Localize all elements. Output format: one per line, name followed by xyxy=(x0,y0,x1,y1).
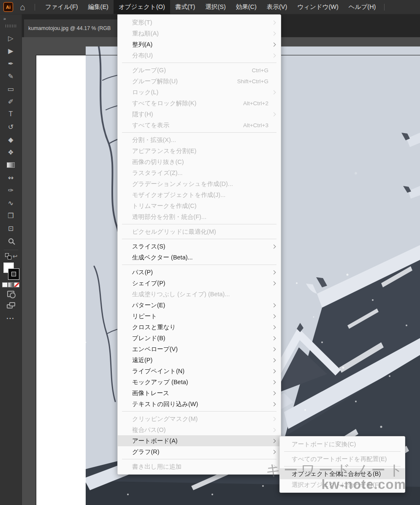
menubar-item[interactable]: オブジェクト(O) xyxy=(114,0,170,14)
collapse-panel-icon[interactable]: » xyxy=(3,16,6,21)
menu-separator xyxy=(284,466,401,467)
menu-item[interactable]: ピクセルグリッドに最適化(M) xyxy=(118,226,281,237)
menubar-item[interactable]: 編集(E) xyxy=(83,0,114,14)
panel-grip-icon[interactable] xyxy=(5,25,16,27)
toolbar-divider xyxy=(4,250,18,250)
drawing-mode-icon[interactable] xyxy=(7,291,14,297)
rectangle-tool-icon[interactable]: ▭ xyxy=(3,82,19,95)
menu-item[interactable]: グループ(G) Ctrl+G xyxy=(118,65,281,76)
menu-item[interactable]: 生成塗りつぶし (シェイプ) (Beta)... xyxy=(118,289,281,300)
menu-item[interactable]: 重ね順(A) xyxy=(118,28,281,39)
pen-tool-icon[interactable]: ✒ xyxy=(3,57,19,70)
menubar-item[interactable]: ヘルプ(H) xyxy=(344,0,381,14)
swap-fill-stroke-icon[interactable]: ↩ xyxy=(13,253,18,259)
document-tab[interactable]: kumamotojou.jpg @ 44.17 % (RGB xyxy=(24,19,118,37)
menu-item[interactable]: アピアランスを分割(E) xyxy=(118,145,281,156)
artboard-submenu: アートボードに変換(C) すべてのアートボードを再配置(E) オブジェクト全体に… xyxy=(279,436,405,493)
menu-separator xyxy=(284,451,401,452)
menubar-item[interactable]: ウィンドウ(W) xyxy=(292,0,344,14)
menu-item[interactable]: アートボードに変換(C) xyxy=(280,439,405,450)
menubar-item[interactable]: ファイル(F) xyxy=(40,0,83,14)
menu-item[interactable]: ブレンド(B) xyxy=(118,333,281,344)
menu-item[interactable]: 分布(U) xyxy=(118,50,281,61)
menu-item[interactable]: パターン(E) xyxy=(118,300,281,311)
menu-item[interactable]: クリッピングマスク(M) xyxy=(118,413,281,424)
menu-item[interactable]: 整列(A) xyxy=(118,39,281,50)
menu-item[interactable]: グループ解除(U) Shift+Ctrl+G xyxy=(118,76,281,87)
menu-item[interactable]: 画像の切り抜き(C) xyxy=(118,156,281,167)
width-tool-icon[interactable]: ↭ xyxy=(3,171,19,184)
menu-separator xyxy=(122,224,276,224)
menu-item[interactable]: テキストの回り込み(W) xyxy=(118,399,281,409)
color-swatch[interactable] xyxy=(2,282,8,287)
menu-item[interactable]: エンベロープ(V) xyxy=(118,344,281,355)
menubar-items: ファイル(F)編集(E)オブジェクト(O)書式(T)選択(S)効果(C)表示(V… xyxy=(40,0,381,14)
menu-item[interactable]: アートボード(A) xyxy=(118,435,281,446)
menu-item[interactable]: オブジェクト全体に合わせる(B) xyxy=(280,468,405,479)
menu-item[interactable]: 複合パス(O) xyxy=(118,424,281,435)
default-fill-stroke-icon[interactable] xyxy=(5,253,11,259)
tools-panel: » ▷▶✒✎▭✐T↺◆❖↭✑∿❒⊡ ↩ ••• xyxy=(0,14,22,505)
menu-item[interactable]: グラデーションメッシュを作成(D)... xyxy=(118,178,281,189)
menu-item[interactable]: グラフ(R) xyxy=(118,446,281,457)
type-tool-icon[interactable]: T xyxy=(3,108,19,120)
eyedropper-tool-icon[interactable]: ✑ xyxy=(3,184,19,197)
menu-item[interactable]: ロック(L) xyxy=(118,87,281,98)
shaper-tool-icon[interactable]: ❒ xyxy=(3,209,19,222)
menu-item[interactable]: パス(P) xyxy=(118,267,281,278)
submenu-chevron-icon xyxy=(272,20,276,25)
none-swatch[interactable] xyxy=(14,282,19,287)
menu-item[interactable]: 変形(T) xyxy=(118,17,281,28)
rotate-tool-icon[interactable]: ↺ xyxy=(3,120,19,133)
gradient-tool-icon[interactable] xyxy=(3,158,19,171)
submenu-chevron-icon xyxy=(272,380,276,384)
artboard-tool-icon[interactable]: ⊡ xyxy=(3,222,19,235)
menu-item[interactable]: 透明部分を分割・統合(F)... xyxy=(118,211,281,222)
screen-mode-icon[interactable] xyxy=(7,302,15,308)
zoom-tool-icon[interactable] xyxy=(3,235,19,247)
default-swap-row: ↩ xyxy=(3,253,19,260)
selection-tool-icon[interactable]: ▷ xyxy=(3,32,19,44)
submenu-chevron-icon xyxy=(272,42,276,46)
menu-item[interactable]: 分割・拡張(X)... xyxy=(118,134,281,145)
curvature-tool-icon[interactable]: ✎ xyxy=(3,70,19,82)
menubar-item[interactable]: 選択(S) xyxy=(200,0,230,14)
gradient-swatch[interactable] xyxy=(8,282,14,287)
menu-item[interactable]: トリムマークを作成(C) xyxy=(118,200,281,211)
eraser-tool-icon[interactable]: ◆ xyxy=(3,133,19,146)
edit-toolbar-icon[interactable]: ••• xyxy=(7,316,15,321)
menu-item[interactable]: リピート xyxy=(118,311,281,322)
menu-item[interactable]: モックアップ (Beta) xyxy=(118,377,281,388)
color-type-row xyxy=(2,282,19,287)
menubar-item[interactable]: 効果(C) xyxy=(231,0,262,14)
menu-item[interactable]: 遠近(P) xyxy=(118,355,281,366)
stroke-swatch[interactable] xyxy=(8,268,19,280)
illustrator-logo-icon[interactable]: Ai xyxy=(3,2,13,12)
menu-item[interactable]: 隠す(H) xyxy=(118,109,281,120)
menu-item[interactable]: ライブペイント(N) xyxy=(118,366,281,377)
paintbrush-tool-icon[interactable]: ✐ xyxy=(3,95,19,108)
menu-item[interactable]: 生成ベクター (Beta)... xyxy=(118,252,281,263)
menubar-divider xyxy=(384,4,385,11)
menu-item[interactable]: すべてのアートボードを再配置(E) xyxy=(280,453,405,464)
submenu-chevron-icon xyxy=(272,90,276,94)
menu-item[interactable]: 書き出し用に追加 xyxy=(118,461,281,472)
direct-selection-tool-icon[interactable]: ▶ xyxy=(3,44,19,57)
menu-item[interactable]: クロスと重なり xyxy=(118,322,281,333)
menu-item[interactable]: 選択オブジェクトに合わせる(F) xyxy=(280,479,405,490)
menu-item[interactable]: スライス(S) xyxy=(118,241,281,252)
menu-item[interactable]: シェイプ(P) xyxy=(118,278,281,289)
menubar-item[interactable]: 表示(V) xyxy=(262,0,292,14)
home-icon[interactable]: ⌂ xyxy=(20,3,25,11)
menu-item[interactable]: すべてをロック解除(K) Alt+Ctrl+2 xyxy=(118,98,281,109)
menu-item[interactable]: 画像トレース xyxy=(118,388,281,399)
menu-item[interactable]: モザイクオブジェクトを作成(J)... xyxy=(118,189,281,200)
menu-item[interactable]: ラスタライズ(Z)... xyxy=(118,167,281,178)
menu-separator xyxy=(122,132,276,133)
menubar-item[interactable]: 書式(T) xyxy=(170,0,201,14)
blob-brush-tool-icon[interactable]: ∿ xyxy=(3,197,19,209)
shape-builder-tool-icon[interactable]: ❖ xyxy=(3,146,19,158)
submenu-chevron-icon xyxy=(272,244,276,248)
menu-item[interactable]: すべてを表示 Alt+Ctrl+3 xyxy=(118,120,281,131)
submenu-chevron-icon xyxy=(272,347,276,351)
